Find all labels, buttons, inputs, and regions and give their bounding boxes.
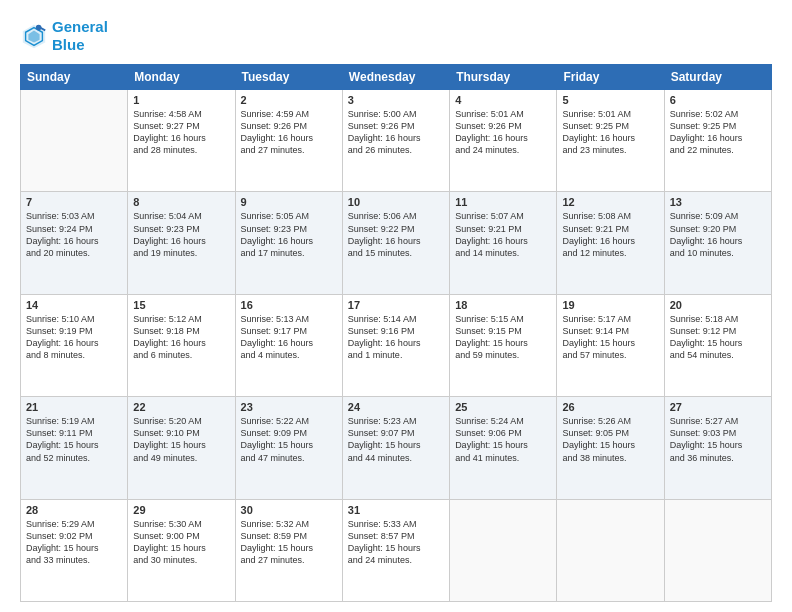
day-number: 5 [562, 94, 658, 106]
day-number: 30 [241, 504, 337, 516]
calendar-cell: 5Sunrise: 5:01 AM Sunset: 9:25 PM Daylig… [557, 90, 664, 192]
calendar-cell: 26Sunrise: 5:26 AM Sunset: 9:05 PM Dayli… [557, 397, 664, 499]
day-number: 25 [455, 401, 551, 413]
day-info: Sunrise: 5:01 AM Sunset: 9:26 PM Dayligh… [455, 108, 551, 157]
calendar-cell: 23Sunrise: 5:22 AM Sunset: 9:09 PM Dayli… [235, 397, 342, 499]
calendar-cell: 30Sunrise: 5:32 AM Sunset: 8:59 PM Dayli… [235, 499, 342, 601]
header: General Blue [20, 18, 772, 54]
day-info: Sunrise: 5:19 AM Sunset: 9:11 PM Dayligh… [26, 415, 122, 464]
page: General Blue SundayMondayTuesdayWednesda… [0, 0, 792, 612]
calendar-cell: 12Sunrise: 5:08 AM Sunset: 9:21 PM Dayli… [557, 192, 664, 294]
day-number: 13 [670, 196, 766, 208]
logo-icon [20, 22, 48, 50]
day-info: Sunrise: 5:14 AM Sunset: 9:16 PM Dayligh… [348, 313, 444, 362]
week-row-3: 21Sunrise: 5:19 AM Sunset: 9:11 PM Dayli… [21, 397, 772, 499]
day-info: Sunrise: 5:01 AM Sunset: 9:25 PM Dayligh… [562, 108, 658, 157]
day-info: Sunrise: 5:17 AM Sunset: 9:14 PM Dayligh… [562, 313, 658, 362]
calendar-cell: 19Sunrise: 5:17 AM Sunset: 9:14 PM Dayli… [557, 294, 664, 396]
day-info: Sunrise: 5:33 AM Sunset: 8:57 PM Dayligh… [348, 518, 444, 567]
day-number: 4 [455, 94, 551, 106]
day-info: Sunrise: 4:59 AM Sunset: 9:26 PM Dayligh… [241, 108, 337, 157]
calendar-cell: 16Sunrise: 5:13 AM Sunset: 9:17 PM Dayli… [235, 294, 342, 396]
day-number: 23 [241, 401, 337, 413]
calendar-cell: 24Sunrise: 5:23 AM Sunset: 9:07 PM Dayli… [342, 397, 449, 499]
week-row-1: 7Sunrise: 5:03 AM Sunset: 9:24 PM Daylig… [21, 192, 772, 294]
weekday-header-tuesday: Tuesday [235, 65, 342, 90]
day-number: 11 [455, 196, 551, 208]
day-info: Sunrise: 5:03 AM Sunset: 9:24 PM Dayligh… [26, 210, 122, 259]
day-number: 9 [241, 196, 337, 208]
calendar-cell: 29Sunrise: 5:30 AM Sunset: 9:00 PM Dayli… [128, 499, 235, 601]
day-info: Sunrise: 5:09 AM Sunset: 9:20 PM Dayligh… [670, 210, 766, 259]
day-number: 31 [348, 504, 444, 516]
day-info: Sunrise: 5:29 AM Sunset: 9:02 PM Dayligh… [26, 518, 122, 567]
day-number: 8 [133, 196, 229, 208]
logo-text: General Blue [52, 18, 108, 54]
day-number: 2 [241, 94, 337, 106]
calendar-table: SundayMondayTuesdayWednesdayThursdayFrid… [20, 64, 772, 602]
calendar-cell: 3Sunrise: 5:00 AM Sunset: 9:26 PM Daylig… [342, 90, 449, 192]
day-number: 20 [670, 299, 766, 311]
weekday-header-saturday: Saturday [664, 65, 771, 90]
day-info: Sunrise: 5:12 AM Sunset: 9:18 PM Dayligh… [133, 313, 229, 362]
day-info: Sunrise: 5:26 AM Sunset: 9:05 PM Dayligh… [562, 415, 658, 464]
calendar-cell: 9Sunrise: 5:05 AM Sunset: 9:23 PM Daylig… [235, 192, 342, 294]
logo: General Blue [20, 18, 108, 54]
calendar-cell: 7Sunrise: 5:03 AM Sunset: 9:24 PM Daylig… [21, 192, 128, 294]
week-row-2: 14Sunrise: 5:10 AM Sunset: 9:19 PM Dayli… [21, 294, 772, 396]
day-number: 26 [562, 401, 658, 413]
calendar-cell: 31Sunrise: 5:33 AM Sunset: 8:57 PM Dayli… [342, 499, 449, 601]
weekday-header-row: SundayMondayTuesdayWednesdayThursdayFrid… [21, 65, 772, 90]
day-info: Sunrise: 5:27 AM Sunset: 9:03 PM Dayligh… [670, 415, 766, 464]
calendar-cell: 27Sunrise: 5:27 AM Sunset: 9:03 PM Dayli… [664, 397, 771, 499]
day-number: 6 [670, 94, 766, 106]
calendar-cell: 21Sunrise: 5:19 AM Sunset: 9:11 PM Dayli… [21, 397, 128, 499]
day-info: Sunrise: 5:18 AM Sunset: 9:12 PM Dayligh… [670, 313, 766, 362]
day-info: Sunrise: 5:08 AM Sunset: 9:21 PM Dayligh… [562, 210, 658, 259]
calendar-cell: 22Sunrise: 5:20 AM Sunset: 9:10 PM Dayli… [128, 397, 235, 499]
calendar-cell: 25Sunrise: 5:24 AM Sunset: 9:06 PM Dayli… [450, 397, 557, 499]
weekday-header-wednesday: Wednesday [342, 65, 449, 90]
week-row-0: 1Sunrise: 4:58 AM Sunset: 9:27 PM Daylig… [21, 90, 772, 192]
day-number: 24 [348, 401, 444, 413]
calendar-cell: 4Sunrise: 5:01 AM Sunset: 9:26 PM Daylig… [450, 90, 557, 192]
day-number: 28 [26, 504, 122, 516]
calendar-cell [450, 499, 557, 601]
day-number: 22 [133, 401, 229, 413]
day-number: 12 [562, 196, 658, 208]
calendar-cell [21, 90, 128, 192]
day-info: Sunrise: 5:32 AM Sunset: 8:59 PM Dayligh… [241, 518, 337, 567]
day-number: 19 [562, 299, 658, 311]
weekday-header-sunday: Sunday [21, 65, 128, 90]
week-row-4: 28Sunrise: 5:29 AM Sunset: 9:02 PM Dayli… [21, 499, 772, 601]
day-info: Sunrise: 5:24 AM Sunset: 9:06 PM Dayligh… [455, 415, 551, 464]
day-info: Sunrise: 5:07 AM Sunset: 9:21 PM Dayligh… [455, 210, 551, 259]
day-number: 29 [133, 504, 229, 516]
day-number: 18 [455, 299, 551, 311]
calendar-cell: 1Sunrise: 4:58 AM Sunset: 9:27 PM Daylig… [128, 90, 235, 192]
weekday-header-friday: Friday [557, 65, 664, 90]
day-number: 16 [241, 299, 337, 311]
svg-point-4 [36, 25, 42, 31]
day-number: 10 [348, 196, 444, 208]
calendar-cell: 18Sunrise: 5:15 AM Sunset: 9:15 PM Dayli… [450, 294, 557, 396]
calendar-cell: 11Sunrise: 5:07 AM Sunset: 9:21 PM Dayli… [450, 192, 557, 294]
day-number: 3 [348, 94, 444, 106]
calendar-cell: 14Sunrise: 5:10 AM Sunset: 9:19 PM Dayli… [21, 294, 128, 396]
calendar-cell: 20Sunrise: 5:18 AM Sunset: 9:12 PM Dayli… [664, 294, 771, 396]
day-number: 17 [348, 299, 444, 311]
day-info: Sunrise: 5:22 AM Sunset: 9:09 PM Dayligh… [241, 415, 337, 464]
day-number: 7 [26, 196, 122, 208]
calendar-cell: 13Sunrise: 5:09 AM Sunset: 9:20 PM Dayli… [664, 192, 771, 294]
calendar-cell: 17Sunrise: 5:14 AM Sunset: 9:16 PM Dayli… [342, 294, 449, 396]
day-info: Sunrise: 5:23 AM Sunset: 9:07 PM Dayligh… [348, 415, 444, 464]
weekday-header-thursday: Thursday [450, 65, 557, 90]
calendar-cell: 10Sunrise: 5:06 AM Sunset: 9:22 PM Dayli… [342, 192, 449, 294]
calendar-cell: 15Sunrise: 5:12 AM Sunset: 9:18 PM Dayli… [128, 294, 235, 396]
calendar-cell: 2Sunrise: 4:59 AM Sunset: 9:26 PM Daylig… [235, 90, 342, 192]
weekday-header-monday: Monday [128, 65, 235, 90]
day-info: Sunrise: 5:06 AM Sunset: 9:22 PM Dayligh… [348, 210, 444, 259]
day-info: Sunrise: 5:05 AM Sunset: 9:23 PM Dayligh… [241, 210, 337, 259]
calendar-cell: 6Sunrise: 5:02 AM Sunset: 9:25 PM Daylig… [664, 90, 771, 192]
day-info: Sunrise: 5:02 AM Sunset: 9:25 PM Dayligh… [670, 108, 766, 157]
